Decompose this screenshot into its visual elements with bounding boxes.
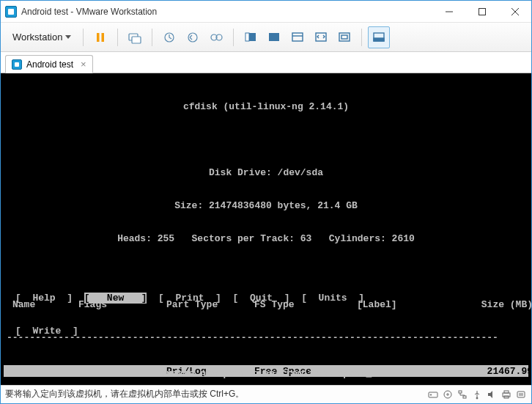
status-bar: 要将输入定向到该虚拟机，请在虚拟机内部单击或按 Ctrl+G。 [1,385,531,403]
separator [233,29,234,46]
vm-tab-android-test[interactable]: Android test × [5,55,93,73]
disk-geometry-line: Heads: 255 Sectors per Track: 63 Cylinde… [4,233,528,244]
svg-rect-13 [245,33,249,41]
svg-rect-32 [517,392,525,397]
svg-point-24 [444,391,451,398]
svg-rect-21 [374,38,384,41]
tab-close-icon[interactable]: × [81,59,86,69]
window-title: Android test - VMware Workstation [21,7,157,17]
vm-console[interactable]: cfdisk (util-linux-ng 2.14.1) Disk Drive… [1,73,531,385]
cfdisk-title: cfdisk (util-linux-ng 2.14.1) [4,101,528,112]
cfdisk-hint: Create new partition from free space_ [1,368,531,379]
stretch-button[interactable] [310,26,332,48]
minimize-button[interactable] [432,1,465,22]
console-view-button[interactable] [287,26,309,48]
svg-rect-30 [504,391,509,393]
separator [117,29,118,46]
separator [152,29,152,46]
printer-icon[interactable] [500,389,512,400]
fullscreen-button[interactable] [240,26,262,48]
svg-point-23 [430,394,431,394]
menu-help[interactable]: [ Help ] [15,293,73,304]
menu-new[interactable]: [ New ] [84,293,147,304]
message-log-icon[interactable] [515,389,527,400]
svg-rect-7 [132,37,141,43]
workstation-menu[interactable]: Workstation [7,29,77,45]
svg-rect-15 [292,33,303,41]
thumbnail-bar-button[interactable] [368,26,390,48]
tab-strip: Android test × [1,52,531,73]
workstation-menu-label: Workstation [12,32,62,43]
svg-rect-4 [97,33,100,42]
sound-icon[interactable] [486,389,498,400]
disk-drive-line: Disk Drive: /dev/sda [4,167,528,178]
toolbar: Workstation [1,23,531,52]
chevron-down-icon [65,35,71,39]
svg-point-9 [188,33,197,42]
svg-rect-18 [339,33,350,41]
svg-rect-5 [102,33,105,42]
revert-snapshot-button[interactable] [182,26,204,48]
svg-point-28 [476,397,478,399]
snapshot-button[interactable] [158,26,180,48]
tab-label: Android test [26,59,73,70]
svg-rect-26 [459,391,462,393]
close-button[interactable] [498,1,531,22]
svg-rect-19 [341,35,347,39]
disk-size-line: Size: 21474836480 bytes, 21.4 GB [4,200,528,211]
cfdisk-menu: [ Help ] [ New ] [ Print ] [ Quit ] [ Un… [1,271,531,359]
menu-units[interactable]: [ Units ] [301,293,364,304]
svg-rect-27 [463,396,466,398]
autofit-button[interactable] [333,26,355,48]
svg-point-25 [447,393,448,394]
cd-icon[interactable] [442,389,454,400]
unity-button[interactable] [263,26,285,48]
svg-rect-1 [479,8,485,15]
send-ctrl-alt-del-button[interactable] [124,26,146,48]
separator [361,29,362,46]
vm-icon [12,59,22,70]
menu-write[interactable]: [ Write ] [15,326,78,337]
menu-quit[interactable]: [ Quit ] [233,293,290,304]
usb-icon[interactable] [471,389,483,400]
maximize-button[interactable] [465,1,498,22]
snapshot-manager-button[interactable] [205,26,227,48]
hard-disk-icon[interactable] [427,389,439,400]
network-icon[interactable] [457,389,468,400]
svg-rect-14 [269,33,279,41]
menu-print[interactable]: [ Print ] [158,293,221,304]
app-icon [5,6,17,18]
svg-rect-22 [429,392,437,397]
separator [83,29,84,46]
pause-button[interactable] [89,26,111,48]
status-message: 要将输入定向到该虚拟机，请在虚拟机内部单击或按 Ctrl+G。 [5,388,244,400]
title-bar: Android test - VMware Workstation [1,1,531,23]
